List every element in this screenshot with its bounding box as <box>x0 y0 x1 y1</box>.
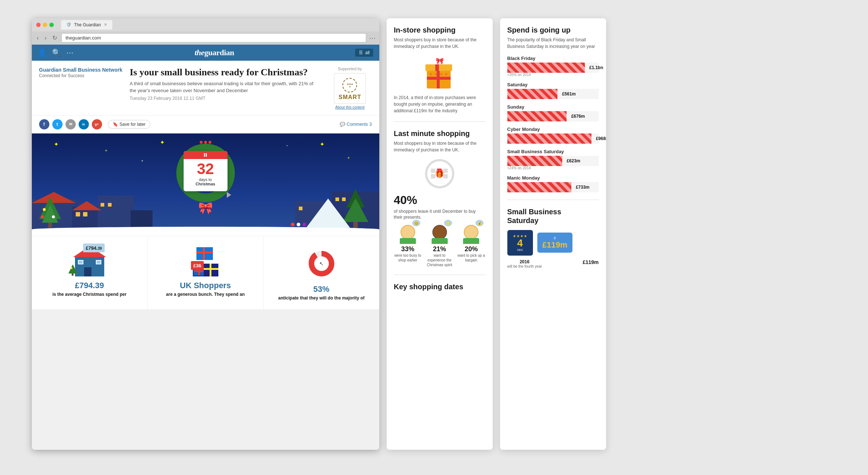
person-3: 💰 20% want to pick up a bargain <box>457 225 485 267</box>
lights-row <box>291 223 306 226</box>
thought-bubble-1: 😊 <box>412 220 420 226</box>
gift-lid <box>425 64 452 71</box>
reload-button[interactable]: ↻ <box>51 34 59 42</box>
bar-charts-container: Black Friday £1.1bn +35% on 2014 Saturda… <box>507 56 599 192</box>
thought-bubble-3: 💰 <box>476 220 484 226</box>
star-6: + <box>347 155 350 161</box>
sbs-title: Small BusinessSaturday <box>507 207 599 225</box>
light-white <box>297 223 300 226</box>
profile-icon[interactable]: 👤 <box>38 48 47 57</box>
facebook-share-button[interactable]: f <box>39 119 49 129</box>
price-tag: £794.39 <box>83 244 105 252</box>
infographic-card-1: £794.39 £794.39 is the average Christmas… <box>32 236 148 309</box>
bar-value-2: £676m <box>571 114 585 119</box>
ribbon-h3 <box>196 252 213 253</box>
person-2: 🌟 21% want to experience the Christmas s… <box>425 225 454 267</box>
light-red <box>291 223 294 226</box>
face-3 <box>464 225 478 240</box>
clock-illustration: 🎁 <box>425 159 454 188</box>
save-for-later-button[interactable]: 🔖 Save for later <box>108 120 150 129</box>
person-icons-row: 😊 33% were too busy to shop earlier 🌟 <box>394 225 485 267</box>
about-content-link[interactable]: About this content <box>328 105 372 109</box>
gift-in-clock: 🎁 <box>435 169 444 178</box>
gift-price-tag: £36 <box>191 261 204 270</box>
browser-tab[interactable]: 🛡️ The Guardian ✕ <box>61 20 112 30</box>
bar-value-4: £623m <box>567 158 580 163</box>
googleplus-share-button[interactable]: g+ <box>92 119 102 129</box>
linkedin-share-button[interactable]: in <box>79 119 89 129</box>
house-body <box>75 256 104 276</box>
card-1-amount: £794.39 <box>39 281 140 290</box>
article-section: Guardian Small Business Network Connecte… <box>39 67 123 109</box>
url-bar[interactable]: theguardian.com <box>61 33 366 42</box>
hero-image: ✦ + ✦ + ✦ + ● ● ● <box>32 133 379 236</box>
price-amount: £794. <box>86 245 98 251</box>
window-1 <box>76 212 80 216</box>
body-3 <box>463 238 479 244</box>
social-bar: f t ✉ in g+ 🔖 Save for later 💬 Comments … <box>32 115 379 133</box>
panel-divider-1 <box>394 121 485 122</box>
tab-close-icon[interactable]: ✕ <box>104 22 107 27</box>
bar-track-5: £733m <box>507 182 599 192</box>
instore-desc: Most shoppers buy in store because of th… <box>394 37 485 50</box>
article-title: Is your small business ready for Christm… <box>129 67 320 78</box>
window-4 <box>108 203 112 207</box>
sbs-section: Small BusinessSaturday ★★★★ 4 SBS # £119… <box>507 207 599 268</box>
pie-chart-svg: ↖ <box>305 247 338 280</box>
article-title-area: Is your small business ready for Christm… <box>129 67 320 109</box>
person-avatar-3: 💰 <box>462 225 481 244</box>
card-2-amount: UK Shoppers <box>155 281 256 290</box>
twitter-share-button[interactable]: t <box>52 119 63 129</box>
comments-button[interactable]: 💬 Comments 3 <box>340 122 372 127</box>
bar-value-1: £561m <box>562 91 576 97</box>
star-3: ✦ <box>160 139 165 146</box>
bar-fill-2: £676m <box>507 111 567 121</box>
browser-window: 🛡️ The Guardian ✕ ‹ › ↻ theguardian.com … <box>32 18 379 450</box>
forward-button[interactable]: › <box>43 34 48 42</box>
calendar-header: ▐ ▌ <box>184 151 228 159</box>
bar-label-3: Cyber Monday <box>507 127 599 132</box>
lastminute-percent: 40% <box>394 193 485 207</box>
bar-track-2: £676m <box>507 111 599 121</box>
ribbon-h <box>194 270 204 272</box>
ribbon-v2 <box>210 264 211 276</box>
calendar-card: ▐ ▌ 32 days to Christmas <box>184 151 228 191</box>
instore-section: In-store shopping Most shoppers buy in s… <box>394 26 485 114</box>
all-sections-button[interactable]: ☰ all <box>355 49 373 57</box>
maximize-button[interactable] <box>49 23 54 27</box>
price-cents: 39 <box>98 246 102 250</box>
sponsor-label: Supported by <box>328 67 372 71</box>
bar-fill-4: £623m <box>507 156 562 166</box>
minimize-button[interactable] <box>43 23 47 27</box>
person-1: 😊 33% were too busy to shop earlier <box>394 225 422 267</box>
tree-left-1 <box>39 197 61 228</box>
person-3-pct: 20% <box>457 245 485 253</box>
sbs-money-hash: # <box>542 236 568 240</box>
search-icon[interactable]: 🔍 <box>52 48 61 57</box>
lastminute-title: Last minute shopping <box>394 129 485 138</box>
pie-icon: ↖ <box>319 261 324 267</box>
card-2-label: are a generous bunch. They spend an <box>155 292 256 297</box>
bar-cyber-monday: Cyber Monday £968m <box>507 127 599 144</box>
instore-stat-desc: In 2014, a third of in-store purchases w… <box>394 94 485 114</box>
menu-icon[interactable]: ⋯ <box>66 48 74 57</box>
spend-desc: The popularity of Black Friday and Small… <box>507 37 599 50</box>
sbs-badges-row: ★★★★ 4 SBS # £119m <box>507 230 599 256</box>
person-avatar-2: 🌟 <box>430 225 449 244</box>
save-label: Save for later <box>120 122 146 127</box>
comments-count: 3 <box>369 122 372 127</box>
card-3-label: anticipate that they will do the majorit… <box>271 295 372 301</box>
sbs-year-2016: 2016 will be the fourth year <box>507 259 542 268</box>
gift-blue-2 <box>204 264 218 276</box>
house-door <box>84 267 91 276</box>
calendar-number: 32 <box>184 161 228 177</box>
bar-note-0: +35% on 2014 <box>507 73 599 77</box>
back-button[interactable]: ‹ <box>35 34 40 42</box>
close-button[interactable] <box>36 23 41 27</box>
sbs-2016-label: 2016 <box>507 259 542 264</box>
browser-menu-icon[interactable]: ⋯ <box>369 34 376 42</box>
sbs-money-amount: £119m <box>542 241 568 249</box>
bar-sunday: Sunday £676m <box>507 104 599 121</box>
panel-divider-2 <box>394 275 485 275</box>
email-share-button[interactable]: ✉ <box>65 119 76 129</box>
